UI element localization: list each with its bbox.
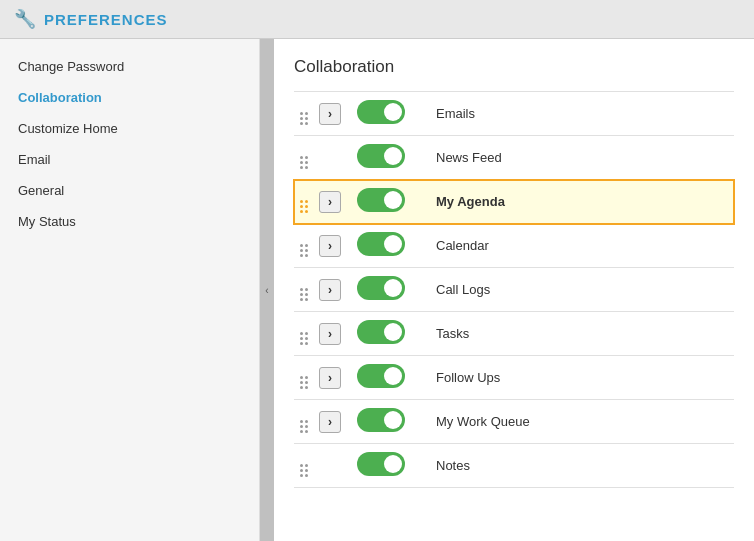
expand-cell: › — [314, 224, 346, 268]
content-area: Collaboration ›Emails News Feed ›My Agen… — [274, 39, 754, 541]
row-label: Calendar — [416, 224, 734, 268]
expand-cell: › — [314, 180, 346, 224]
toggle-cell — [346, 136, 416, 180]
header: 🔧 PREFERENCES — [0, 0, 754, 39]
toggle-cell — [346, 92, 416, 136]
toggle-switch[interactable] — [357, 276, 405, 300]
main-layout: Change PasswordCollaborationCustomize Ho… — [0, 39, 754, 541]
row-label: Follow Ups — [416, 356, 734, 400]
sidebar-item-my-status[interactable]: My Status — [0, 206, 259, 237]
expand-button[interactable]: › — [319, 103, 341, 125]
page-title: Collaboration — [294, 57, 734, 77]
expand-button[interactable]: › — [319, 191, 341, 213]
expand-button[interactable]: › — [319, 279, 341, 301]
expand-cell: › — [314, 312, 346, 356]
drag-dots-icon — [298, 242, 310, 259]
row-label: My Agenda — [416, 180, 734, 224]
row-label: Tasks — [416, 312, 734, 356]
toggle-cell — [346, 224, 416, 268]
chevron-left-icon: ‹ — [265, 285, 268, 296]
table-row: News Feed — [294, 136, 734, 180]
toggle-cell — [346, 400, 416, 444]
drag-handle[interactable] — [294, 224, 314, 268]
drag-handle[interactable] — [294, 312, 314, 356]
sidebar: Change PasswordCollaborationCustomize Ho… — [0, 39, 260, 541]
drag-dots-icon — [298, 374, 310, 391]
drag-dots-icon — [298, 418, 310, 435]
toggle-switch[interactable] — [357, 408, 405, 432]
toggle-switch[interactable] — [357, 100, 405, 124]
drag-dots-icon — [298, 286, 310, 303]
toggle-switch[interactable] — [357, 452, 405, 476]
drag-handle[interactable] — [294, 92, 314, 136]
preferences-icon: 🔧 — [14, 8, 36, 30]
drag-handle[interactable] — [294, 268, 314, 312]
expand-cell — [314, 136, 346, 180]
drag-handle[interactable] — [294, 444, 314, 488]
expand-cell: › — [314, 356, 346, 400]
expand-cell: › — [314, 268, 346, 312]
expand-button[interactable]: › — [319, 235, 341, 257]
toggle-cell — [346, 268, 416, 312]
toggle-cell — [346, 356, 416, 400]
table-row: ›Tasks — [294, 312, 734, 356]
sidebar-item-general[interactable]: General — [0, 175, 259, 206]
drag-dots-icon — [298, 330, 310, 347]
drag-handle[interactable] — [294, 180, 314, 224]
row-label: Notes — [416, 444, 734, 488]
sidebar-item-change-password[interactable]: Change Password — [0, 51, 259, 82]
table-row: ›Emails — [294, 92, 734, 136]
sidebar-item-collaboration[interactable]: Collaboration — [0, 82, 259, 113]
drag-handle[interactable] — [294, 136, 314, 180]
toggle-switch[interactable] — [357, 188, 405, 212]
toggle-cell — [346, 180, 416, 224]
table-row: ›Follow Ups — [294, 356, 734, 400]
table-row: ›My Agenda — [294, 180, 734, 224]
collapse-handle[interactable]: ‹ — [260, 39, 274, 541]
table-row: ›Call Logs — [294, 268, 734, 312]
expand-cell: › — [314, 400, 346, 444]
toggle-switch[interactable] — [357, 320, 405, 344]
expand-cell — [314, 444, 346, 488]
toggle-cell — [346, 312, 416, 356]
expand-button[interactable]: › — [319, 411, 341, 433]
expand-button[interactable]: › — [319, 367, 341, 389]
row-label: Call Logs — [416, 268, 734, 312]
sidebar-item-customize-home[interactable]: Customize Home — [0, 113, 259, 144]
toggle-switch[interactable] — [357, 364, 405, 388]
drag-handle[interactable] — [294, 400, 314, 444]
expand-button[interactable]: › — [319, 323, 341, 345]
drag-dots-icon — [298, 198, 310, 215]
row-label: Emails — [416, 92, 734, 136]
toggle-cell — [346, 444, 416, 488]
drag-dots-icon — [298, 462, 310, 479]
table-row: ›My Work Queue — [294, 400, 734, 444]
row-label: News Feed — [416, 136, 734, 180]
sidebar-item-email[interactable]: Email — [0, 144, 259, 175]
app-title: PREFERENCES — [44, 11, 168, 28]
preferences-table: ›Emails News Feed ›My Agenda ›Calendar ›… — [294, 91, 734, 488]
table-row: Notes — [294, 444, 734, 488]
table-row: ›Calendar — [294, 224, 734, 268]
expand-cell: › — [314, 92, 346, 136]
drag-dots-icon — [298, 110, 310, 127]
row-label: My Work Queue — [416, 400, 734, 444]
drag-dots-icon — [298, 154, 310, 171]
toggle-switch[interactable] — [357, 144, 405, 168]
drag-handle[interactable] — [294, 356, 314, 400]
toggle-switch[interactable] — [357, 232, 405, 256]
